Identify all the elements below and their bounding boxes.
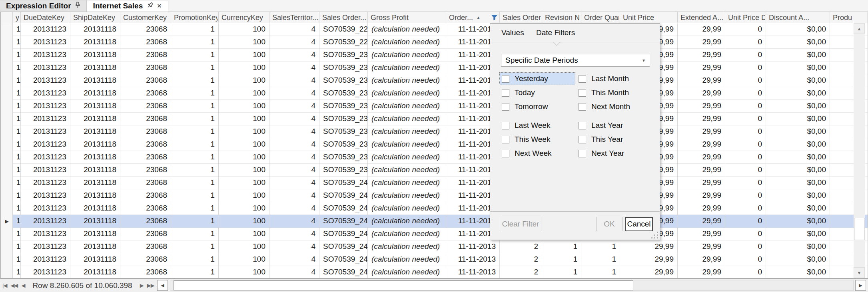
grid-cell[interactable]: 1 [13,189,21,202]
grid-cell[interactable]: 29,99 [678,23,725,36]
grid-cell[interactable]: 29,99 [678,100,725,113]
grid-cell[interactable]: (calculation needed) [368,215,446,228]
grid-cell[interactable]: SO70539_240 [319,177,368,189]
nav-first-button[interactable]: |◀ [2,282,7,288]
grid-cell[interactable]: SO70539_228 [319,23,368,36]
grid-cell[interactable]: 1 [13,253,21,266]
grid-cell[interactable]: 1 [13,74,21,87]
filter-option-yesterday[interactable]: Yesterday [500,73,575,85]
table-row[interactable]: 120131123201311182306811004SO70539_245(c… [1,240,868,253]
grid-cell[interactable]: 1 [171,74,219,87]
grid-cell[interactable]: 23068 [120,240,171,253]
grid-cell[interactable]: 29,99 [678,189,725,202]
grid-cell[interactable]: 100 [219,202,269,215]
grid-cell[interactable]: 20131118 [70,74,120,87]
grid-cell[interactable]: 11-11-2013 [446,266,500,278]
grid-cell[interactable]: 100 [219,36,269,49]
grid-cell[interactable]: $0,00 [766,189,830,202]
grid-cell[interactable]: SO70539_245 [319,240,368,253]
grid-cell[interactable]: SO70539_241 [319,189,368,202]
grid-cell[interactable]: 23068 [120,138,171,151]
grid-cell[interactable]: 1 [581,240,620,253]
grid-cell[interactable]: 0 [725,74,766,87]
grid-cell[interactable]: 29,99 [678,36,725,49]
grid-cell[interactable]: 100 [219,228,269,240]
table-row[interactable]: 120131123201311182306811004SO70539_230(c… [1,49,868,62]
grid-cell[interactable]: 4 [269,100,319,113]
grid-cell[interactable]: 20131123 [21,23,70,36]
grid-cell[interactable]: 1 [13,49,21,62]
table-row[interactable]: 120131123201311182306811004SO70539_229(c… [1,36,868,49]
grid-cell[interactable]: 0 [725,87,766,100]
grid-cell[interactable]: 29,99 [678,87,725,100]
ok-button[interactable]: OK [596,217,623,231]
grid-cell[interactable]: SO70539_243 [319,215,368,228]
table-row[interactable]: 120131123201311182306811004SO70539_235(c… [1,113,868,125]
checkbox-tomorrow[interactable] [502,103,509,111]
grid-cell[interactable]: 20131123 [21,151,70,164]
grid-cell[interactable]: (calculation needed) [368,253,446,266]
grid-cell[interactable]: 1 [13,87,21,100]
column-header-sales-order[interactable]: Sales Order... [500,12,542,23]
grid-cell[interactable]: 0 [725,125,766,138]
grid-cell[interactable]: 29,99 [678,151,725,164]
grid-cell[interactable]: 1 [171,177,219,189]
grid-cell[interactable]: 29,99 [620,240,678,253]
table-row[interactable]: 120131123201311182306811004SO70539_236(c… [1,125,868,138]
grid-cell[interactable]: 100 [219,125,269,138]
filter-option-last-year[interactable]: Last Year [577,119,652,131]
grid-cell[interactable]: 1 [13,23,21,36]
grid-cell[interactable]: 20131118 [70,36,120,49]
table-row[interactable]: 120131123201311182306811004SO70539_247(c… [1,266,868,278]
grid-cell[interactable]: 23068 [120,151,171,164]
grid-cell[interactable]: $0,00 [766,228,830,240]
grid-cell[interactable]: 29,99 [620,253,678,266]
grid-cell[interactable]: SO70539_231 [319,62,368,74]
grid-cell[interactable]: 29,99 [678,253,725,266]
grid-cell[interactable]: 20131118 [70,253,120,266]
grid-cell[interactable]: (calculation needed) [368,266,446,278]
grid-cell[interactable]: 20131123 [21,240,70,253]
grid-cell[interactable]: (calculation needed) [368,228,446,240]
grid-cell[interactable]: 1 [171,215,219,228]
grid-cell[interactable]: 100 [219,23,269,36]
checkbox-yesterday[interactable] [502,75,509,83]
filter-option-next-week[interactable]: Next Week [500,147,575,159]
filter-option-this-week[interactable]: This Week [500,133,575,145]
grid-cell[interactable]: $0,00 [766,23,830,36]
grid-cell[interactable]: 1 [13,266,21,278]
grid-cell[interactable]: SO70539_237 [319,138,368,151]
grid-cell[interactable]: 100 [219,240,269,253]
grid-cell[interactable]: 29,99 [678,266,725,278]
grid-cell[interactable]: 23068 [120,177,171,189]
grid-cell[interactable]: 1 [171,138,219,151]
pin-icon[interactable] [75,2,80,10]
table-row[interactable]: 120131123201311182306811004SO70539_244(c… [1,228,868,240]
grid-cell[interactable]: 29,99 [678,228,725,240]
grid-cell[interactable]: 0 [725,138,766,151]
grid-cell[interactable]: SO70539_232 [319,74,368,87]
grid-cell[interactable]: (calculation needed) [368,113,446,125]
grid-cell[interactable]: $0,00 [766,125,830,138]
grid-cell[interactable]: $0,00 [766,49,830,62]
grid-cell[interactable]: 20131118 [70,228,120,240]
tab-internet-sales[interactable]: Internet Sales ✕ [87,0,168,12]
grid-cell[interactable]: 20131123 [21,228,70,240]
grid-cell[interactable]: 4 [269,62,319,74]
grid-cell[interactable]: 20131118 [70,87,120,100]
grid-cell[interactable]: SO70539_238 [319,151,368,164]
grid-cell[interactable]: 1 [171,228,219,240]
checkbox-this-week[interactable] [502,136,509,143]
grid-cell[interactable]: $0,00 [766,240,830,253]
grid-cell[interactable]: 0 [725,164,766,177]
grid-cell[interactable]: 4 [269,23,319,36]
column-header-order-quant[interactable]: Order Quant... [581,12,620,23]
column-header-duedatekey[interactable]: DueDateKey [21,12,70,23]
grid-cell[interactable]: 29,99 [678,215,725,228]
column-header-currencykey[interactable]: CurrencyKey [219,12,269,23]
grid-cell[interactable]: 20131118 [70,164,120,177]
grid-cell[interactable]: 20131123 [21,49,70,62]
grid-cell[interactable]: 20131118 [70,100,120,113]
table-row[interactable]: 120131123201311182306811004SO70539_238(c… [1,151,868,164]
scroll-right-button[interactable]: ▶ [855,280,866,291]
